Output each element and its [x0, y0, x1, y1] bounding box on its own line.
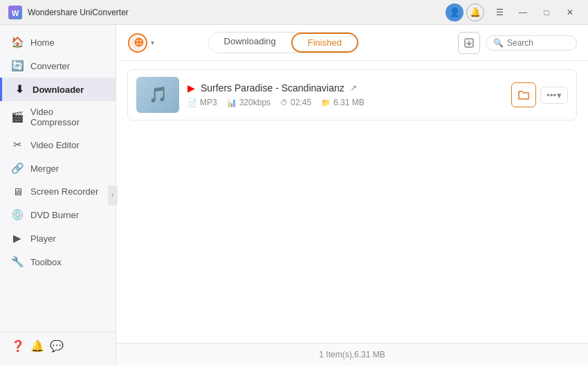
sidebar-item-downloader[interactable]: ⬇ Downloader: [0, 78, 116, 101]
player-icon: ▶: [11, 232, 24, 244]
more-chevron-icon: ▾: [557, 90, 562, 100]
sidebar-item-video-compressor[interactable]: 🎬 Video Compressor: [0, 101, 116, 133]
video-compressor-icon: 🎬: [11, 111, 24, 123]
search-icon: 🔍: [493, 38, 504, 48]
import-button[interactable]: [458, 32, 480, 54]
sidebar-label-merger: Merger: [30, 163, 59, 174]
file-name: Surfers Paradise - Scandinavianz: [201, 82, 344, 94]
screen-recorder-icon: 🖥: [11, 186, 24, 197]
add-chevron-icon: ▾: [151, 39, 154, 46]
sidebar-item-converter[interactable]: 🔄 Converter: [0, 54, 116, 78]
duration-meta: ⏱ 02:45: [280, 98, 311, 107]
minimize-button[interactable]: —: [513, 6, 533, 19]
sidebar-item-screen-recorder[interactable]: 🖥 Screen Recorder: [0, 180, 116, 203]
tab-finished[interactable]: Finished: [291, 33, 358, 53]
maximize-button[interactable]: □: [537, 6, 556, 19]
video-editor-icon: ✂: [11, 139, 24, 151]
sidebar-label-player: Player: [30, 233, 56, 244]
size-icon: 📁: [321, 98, 331, 107]
sidebar-footer: ❓ 🔔 💬: [0, 332, 116, 359]
content-area: ⊕ ▾ Downloading Finished 🔍: [116, 25, 588, 365]
sidebar: 🏠 Home 🔄 Converter ⬇ Downloader 🎬 Video …: [0, 25, 116, 365]
main-layout: 🏠 Home 🔄 Converter ⬇ Downloader 🎬 Video …: [0, 25, 588, 365]
home-icon: 🏠: [11, 36, 24, 48]
table-row: 🎵 ▶ Surfers Paradise - Scandinavianz ↗ 📄…: [127, 69, 577, 121]
toolbox-icon: 🔧: [11, 256, 24, 268]
sidebar-label-home: Home: [30, 37, 55, 48]
status-text: 1 Item(s),6.31 MB: [319, 350, 385, 359]
sidebar-label-toolbox: Toolbox: [30, 257, 62, 267]
converter-icon: 🔄: [11, 60, 24, 72]
menu-icon[interactable]: ☰: [490, 6, 509, 19]
add-icon: ⊕: [127, 33, 148, 53]
bell-icon[interactable]: 🔔: [30, 339, 44, 353]
file-meta: 📄 MP3 📊 320kbps ⏱ 02:45 📁: [187, 98, 503, 107]
ellipsis-icon: •••: [546, 90, 556, 100]
sidebar-label-converter: Converter: [30, 61, 70, 71]
sidebar-label-video-compressor: Video Compressor: [30, 107, 104, 127]
titlebar: W Wondershare UniConverter 👤 🔔 ☰ — □ ✕: [0, 0, 588, 25]
app-title: Wondershare UniConverter: [28, 8, 445, 17]
file-info: ▶ Surfers Paradise - Scandinavianz ↗ 📄 M…: [187, 82, 503, 107]
downloader-icon: ⬇: [13, 83, 26, 96]
content-header: ⊕ ▾ Downloading Finished 🔍: [116, 25, 588, 61]
open-link-icon[interactable]: ↗: [350, 83, 357, 93]
close-button[interactable]: ✕: [560, 6, 580, 19]
header-right-actions: 🔍: [458, 32, 577, 54]
app-logo: W: [8, 6, 22, 19]
sidebar-label-dvd-burner: DVD Burner: [30, 210, 79, 220]
sidebar-item-player[interactable]: ▶ Player: [0, 226, 116, 250]
bitrate-icon: 📊: [227, 98, 237, 107]
feedback-icon[interactable]: 💬: [50, 339, 64, 353]
bitrate-meta: 📊 320kbps: [227, 98, 270, 107]
sidebar-label-video-editor: Video Editor: [30, 140, 80, 150]
svg-text:⊕: ⊕: [134, 35, 144, 49]
header-action-icons: 👤 🔔: [445, 3, 484, 21]
dvd-burner-icon: 💿: [11, 208, 24, 221]
youtube-icon: ▶: [187, 82, 195, 94]
sidebar-item-home[interactable]: 🏠 Home: [0, 30, 116, 54]
size-meta: 📁 6.31 MB: [321, 98, 365, 107]
notification-icon[interactable]: 🔔: [466, 3, 484, 21]
sidebar-item-dvd-burner[interactable]: 💿 DVD Burner: [0, 203, 116, 226]
search-box: 🔍: [486, 35, 577, 51]
help-icon[interactable]: ❓: [11, 339, 25, 353]
file-title-row: ▶ Surfers Paradise - Scandinavianz ↗: [187, 82, 503, 94]
file-duration: 02:45: [291, 98, 311, 107]
file-format: MP3: [200, 98, 217, 107]
status-bar: 1 Item(s),6.31 MB: [116, 343, 588, 365]
window-controls: ☰ — □ ✕: [490, 6, 580, 19]
more-options-button[interactable]: ••• ▾: [540, 87, 568, 104]
sidebar-item-toolbox[interactable]: 🔧 Toolbox: [0, 250, 116, 274]
file-size: 6.31 MB: [333, 98, 365, 107]
file-thumbnail: 🎵: [136, 77, 179, 113]
sidebar-collapse-handle[interactable]: ‹: [108, 186, 118, 205]
sidebar-item-merger[interactable]: 🔗 Merger: [0, 157, 116, 180]
music-note-icon: 🎵: [149, 86, 167, 104]
tab-group: Downloading Finished: [208, 32, 359, 53]
format-meta: 📄 MP3: [187, 98, 217, 107]
file-bitrate: 320kbps: [239, 98, 270, 107]
sidebar-label-screen-recorder: Screen Recorder: [30, 186, 98, 197]
sidebar-item-video-editor[interactable]: ✂ Video Editor: [0, 133, 116, 157]
file-list: 🎵 ▶ Surfers Paradise - Scandinavianz ↗ 📄…: [116, 61, 588, 343]
merger-icon: 🔗: [11, 162, 24, 175]
open-folder-button[interactable]: [511, 82, 536, 107]
format-icon: 📄: [187, 98, 197, 107]
tab-downloading[interactable]: Downloading: [209, 33, 291, 53]
file-actions: ••• ▾: [511, 82, 568, 107]
svg-text:W: W: [12, 9, 19, 17]
search-input[interactable]: [507, 38, 569, 48]
duration-icon: ⏱: [280, 98, 288, 107]
add-download-button[interactable]: ⊕ ▾: [127, 33, 154, 53]
user-icon[interactable]: 👤: [445, 3, 463, 21]
sidebar-label-downloader: Downloader: [33, 84, 84, 95]
